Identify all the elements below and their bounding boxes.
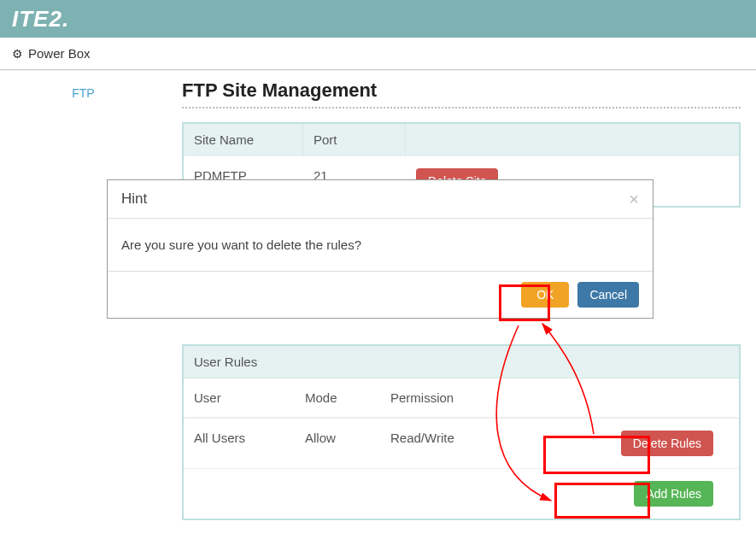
- sidebar-item-ftp[interactable]: FTP: [0, 71, 167, 115]
- rules-panel: User Rules User Mode Permission All User…: [182, 344, 741, 520]
- breadcrumb-label[interactable]: Power Box: [28, 46, 91, 61]
- rules-col-mode: Mode: [295, 378, 380, 417]
- sites-header-row: Site Name Port: [184, 124, 739, 155]
- rules-row: All Users Allow Read/Write Delete Rules: [184, 418, 739, 468]
- brand-logo: ITE2.: [12, 6, 69, 32]
- rules-footer-row: Add Rules: [184, 468, 739, 519]
- app-header: ITE2.: [0, 0, 756, 38]
- cancel-button[interactable]: Cancel: [577, 282, 639, 308]
- dialog-title: Hint: [121, 191, 147, 208]
- page-title: FTP Site Management: [182, 79, 741, 102]
- separator: [182, 107, 741, 108]
- ok-button[interactable]: OK: [521, 282, 569, 308]
- rule-perm-cell: Read/Write: [380, 419, 517, 468]
- rules-col-perm: Permission: [380, 378, 517, 417]
- sites-col-action: [406, 124, 739, 155]
- rule-action-cell: Delete Rules: [517, 419, 739, 468]
- rules-add-cell: Add Rules: [517, 469, 739, 519]
- delete-rules-button[interactable]: Delete Rules: [621, 431, 713, 456]
- dialog-message: Are you sure you want to delete the rule…: [108, 219, 653, 272]
- close-icon[interactable]: ×: [629, 191, 639, 208]
- rules-col-user: User: [184, 378, 295, 417]
- add-rules-button[interactable]: Add Rules: [634, 481, 713, 507]
- main-content: FTP Site Management Site Name Port PDMFT…: [167, 71, 756, 551]
- rules-title: User Rules: [184, 346, 739, 378]
- breadcrumb: ⚙ Power Box: [0, 38, 756, 70]
- confirm-dialog: Hint × Are you sure you want to delete t…: [107, 179, 653, 319]
- sites-col-name: Site Name: [184, 124, 303, 155]
- sites-col-port: Port: [303, 124, 406, 155]
- rules-header-row: User Mode Permission: [184, 378, 739, 418]
- gear-icon: ⚙: [12, 47, 23, 61]
- rules-col-action-header: [517, 378, 739, 417]
- rule-user-cell: All Users: [184, 419, 295, 468]
- rule-mode-cell: Allow: [295, 419, 380, 468]
